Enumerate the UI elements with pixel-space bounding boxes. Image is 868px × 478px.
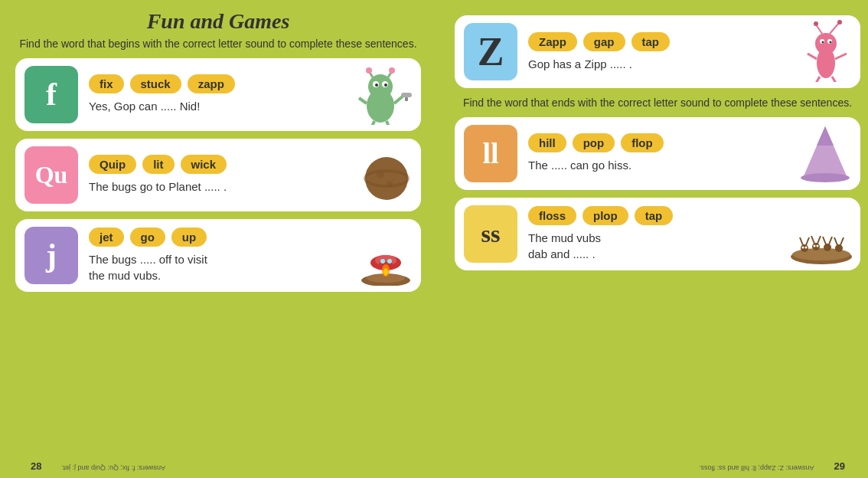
word-btn-go[interactable]: go [130,228,165,247]
page-number-left: 28 [31,460,41,472]
word-btn-tap-ss[interactable]: tap [635,206,674,225]
left-instructions: Find the word that begins with the corre… [15,37,421,52]
svg-point-38 [837,20,842,25]
svg-line-55 [817,236,821,244]
svg-rect-15 [405,97,408,101]
word-btn-floss[interactable]: floss [528,206,576,225]
alien-illustration [797,17,854,85]
page-number-right: 29 [834,460,845,472]
svg-line-12 [371,121,374,125]
svg-line-11 [394,96,403,103]
svg-point-19 [387,181,393,187]
word-btn-jet[interactable]: jet [89,228,124,247]
left-section: Fun and Games Find the word that begins … [15,0,421,478]
svg-point-16 [365,157,408,200]
mudbugs-illustration [789,214,854,267]
right-section: Z Zapp gap tap Gop has a Zipp ..... . [455,0,860,478]
svg-point-8 [366,67,372,74]
svg-point-63 [817,244,819,247]
svg-point-28 [383,268,388,276]
page-title: Fun and Games [15,0,421,34]
svg-line-58 [834,237,837,245]
word-btn-zapp[interactable]: zapp [188,74,235,93]
svg-point-60 [802,246,804,248]
card-j: j jet go up The bugs ..... off to visitt… [15,219,421,292]
letter-box-f: f [24,66,78,123]
letter-box-qu: Qu [24,146,78,204]
svg-point-48 [801,244,808,252]
planet-illustration [357,144,415,208]
svg-point-1 [368,74,393,99]
card-z: Z Zapp gap tap Gop has a Zipp ..... . [455,15,860,88]
svg-line-59 [840,237,844,245]
card-ss: ss floss plop tap The mud vubsdab and ..… [455,198,860,270]
svg-point-26 [387,259,392,264]
svg-line-56 [823,237,826,244]
svg-line-40 [832,77,837,82]
svg-point-5 [384,83,387,87]
svg-line-52 [800,237,803,245]
word-btn-zapp-r[interactable]: Zapp [528,32,577,51]
card-qu: Qu Quip lit wick The bugs go to Planet .… [15,139,421,211]
svg-point-62 [814,244,816,247]
svg-point-49 [812,243,820,250]
svg-line-53 [806,237,809,245]
word-btn-lit[interactable]: lit [142,155,174,174]
svg-line-10 [359,98,367,103]
word-btn-wick[interactable]: wick [181,155,227,174]
svg-point-25 [380,259,385,264]
svg-line-35 [816,25,822,34]
word-btn-hill[interactable]: hill [528,133,566,152]
svg-point-18 [377,171,384,178]
svg-line-54 [811,236,814,244]
svg-line-39 [815,77,820,82]
svg-rect-14 [401,93,412,97]
word-btn-pop[interactable]: pop [573,133,615,152]
svg-marker-44 [817,126,834,146]
svg-point-34 [830,41,832,44]
monster-illustration [357,64,415,128]
card-ll: ll hill pop flop The ..... can go hiss. [455,117,860,190]
svg-line-42 [835,54,847,59]
svg-point-50 [824,244,831,251]
letter-box-ll: ll [464,125,517,182]
word-btn-flop[interactable]: flop [621,133,664,152]
volcano-illustration [797,123,854,187]
card-f: f fix stuck zapp Yes, Gop can ..... Nid! [15,58,421,131]
answers-right: Answers: Z: Zapp; ll: hill and ss: floss… [699,464,814,472]
svg-line-41 [808,54,817,59]
word-btn-up[interactable]: up [171,228,207,247]
right-instructions: Find the word that ends with the correct… [455,96,860,111]
svg-point-51 [835,244,843,252]
word-btn-fix[interactable]: fix [89,74,124,93]
letter-box-ss: ss [464,205,517,263]
svg-point-30 [815,33,837,54]
word-btn-plop[interactable]: plop [582,206,628,225]
letter-box-j: j [24,227,78,284]
svg-point-33 [822,41,824,44]
svg-point-37 [814,21,818,26]
svg-line-57 [829,237,832,244]
letter-box-z: Z [464,23,517,80]
word-btn-tap-z[interactable]: tap [631,32,671,51]
spaceship-illustration [357,228,415,289]
svg-point-45 [801,173,850,182]
word-btn-stuck[interactable]: stuck [130,74,181,93]
word-btn-gap[interactable]: gap [583,32,625,51]
answers-left: Answers: f: fix; Qu: Quip and j: jet. [61,464,165,472]
svg-line-13 [387,121,390,125]
word-btn-quip[interactable]: Quip [89,155,136,174]
svg-line-36 [830,23,839,34]
svg-point-4 [375,83,378,87]
svg-point-9 [389,67,395,74]
svg-point-61 [805,246,808,248]
